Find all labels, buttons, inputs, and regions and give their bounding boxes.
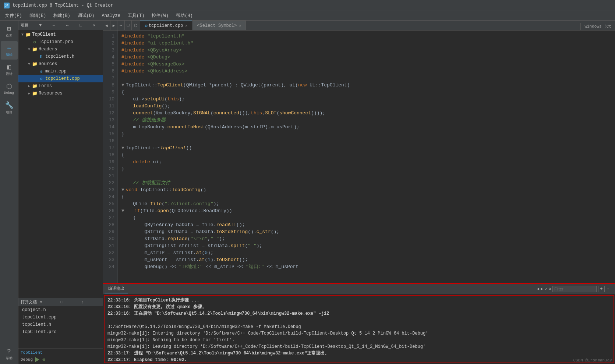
nav-expand-btn[interactable]: □ (125, 21, 132, 30)
tb-sync-btn[interactable]: ↔ (61, 22, 74, 29)
tree-icon-h: h (38, 54, 44, 59)
tree-node-maincpp[interactable]: ▶ ⚙ main.cpp (18, 68, 103, 75)
sidebar-item-welcome[interactable]: ⊞ 欢迎 (1, 22, 18, 40)
tb-filter-btn[interactable]: ▼ (34, 22, 47, 29)
open-docs-collapse[interactable]: ▼ (40, 300, 59, 304)
menu-build[interactable]: 构建(B) (50, 11, 74, 20)
tree-icon-headers: 📁 (32, 47, 38, 52)
tb-expand-btn[interactable]: □ (74, 22, 87, 29)
tree-node-resources[interactable]: ▶ 📁 Resources (18, 90, 103, 97)
open-doc-tcpclienth[interactable]: tcpclient.h (18, 321, 103, 328)
editor-area: ◀ ▶ ↔ □ ⬡ ⚙ tcpclient.cpp ✕ <Select Symb… (103, 21, 615, 364)
open-docs-close[interactable]: ↑ (81, 300, 100, 304)
open-doc-pro[interactable]: TcpClient.pro (18, 328, 103, 336)
btn-navigate-prev[interactable]: ◀ (537, 286, 540, 291)
tree-label-headers: Headers (39, 47, 57, 52)
bottom-panel: 编译输出 ◀ ▶ ↗ ⚙ + - 22:33:16: 为项目TcpClient执… (103, 283, 615, 364)
menu-debug[interactable]: 调试(D) (74, 11, 98, 20)
title-bar: Qt tcpclient.cpp @ TcpClient - Qt Creato… (0, 0, 615, 11)
tree-icon-forms: 📁 (32, 83, 38, 89)
tab-icon-cpp: ⚙ (145, 23, 147, 29)
menu-analyze[interactable]: Analyze (98, 12, 124, 19)
tree-node-forms[interactable]: ▶ 📁 Forms (18, 82, 103, 90)
btn-settings[interactable]: ⚙ (548, 286, 551, 291)
build-button[interactable]: ⚒ (42, 356, 45, 363)
open-docs-expand[interactable]: □ (61, 300, 80, 304)
tree-node-tcpclient[interactable]: ▼ 📁 TcpClient (18, 31, 103, 38)
app-icon: Qt (4, 3, 10, 8)
tab-symbol[interactable]: <Select Symbol> ✕ (192, 21, 246, 30)
help-icon: ? (7, 348, 11, 355)
minus-btn[interactable]: - (605, 286, 611, 292)
menu-bar: 文件(F) 编辑(E) 构建(B) 调试(D) Analyze 工具(T) 控件… (0, 11, 615, 21)
output-line-7: mingw32-make[1]: Nothing to be done for … (107, 337, 611, 343)
code-editor[interactable]: 12345 678910 1112131415 1617181920 21222… (103, 31, 615, 283)
sidebar-item-design[interactable]: ◧ 设计 (1, 60, 18, 79)
debug-controls: Debug ⚒ (21, 356, 100, 363)
menu-controls[interactable]: 控件(W) (148, 11, 172, 20)
run-button[interactable] (35, 357, 39, 362)
tree-node-headers[interactable]: ▼ 📁 Headers (18, 46, 103, 53)
tab-label-cpp: tcpclient.cpp (149, 23, 183, 28)
tab-compile-output[interactable]: 编译输出 (105, 284, 128, 293)
windows-label: Windows (Ct (580, 23, 615, 30)
filter-input[interactable] (552, 286, 597, 292)
tree-node-tcpclientpro[interactable]: ▶ ⚙ TcpClient.pro (18, 38, 103, 46)
edit-label: 编辑 (6, 53, 13, 57)
output-line-2: 22:33:16: 配置没有变更, 跳过 qmake 步骤。 (107, 304, 611, 310)
watermark: CSDN @IronmanJay (573, 358, 612, 363)
tree-icon-pro: ⚙ (32, 39, 38, 45)
tree-icon-sources: 📁 (32, 61, 38, 67)
menu-help[interactable]: 帮助(H) (172, 11, 197, 20)
tree-node-sources[interactable]: ▼ 📁 Sources (18, 60, 103, 68)
nav-fwd-btn[interactable]: ▶ (110, 21, 118, 30)
btn-navigate-link[interactable]: ↗ (545, 286, 547, 291)
tree-icon-tcpclient: 📁 (25, 32, 31, 38)
tcpclient-project-link[interactable]: TcpClient (21, 350, 100, 355)
tree-label-forms: Forms (39, 83, 52, 89)
project-panel: 项目 ▼ ← ↔ □ ✕ ▼ 📁 TcpClient ▶ ⚙ TcpClient… (18, 21, 103, 364)
tb-back-btn[interactable]: ← (47, 22, 60, 29)
sidebar-item-help[interactable]: ? 帮助 (1, 345, 18, 363)
nav-split-btn[interactable]: ⬡ (132, 21, 140, 30)
btn-navigate-next[interactable]: ▶ (541, 286, 543, 291)
design-icon: ◧ (7, 63, 11, 71)
window-title: tcpclient.cpp @ TcpClient - Qt Creator (13, 3, 113, 8)
sidebar-item-edit[interactable]: ✏ 编辑 (1, 41, 18, 60)
tree-arrow-forms: ▶ (26, 84, 32, 88)
tree-label-cpp: tcpclient.cpp (45, 76, 80, 81)
project-name-label: TcpClient Debug ⚒ (18, 349, 103, 364)
nav-sync-btn[interactable]: ↔ (117, 21, 125, 30)
sidebar-item-debug[interactable]: ⬡ Debug (1, 79, 18, 98)
tree-node-tcpclientcpp[interactable]: ▶ ⚙ tcpclient.cpp (18, 75, 103, 82)
output-line-8: mingw32-make[1]: Leaving directory 'D:/S… (107, 343, 611, 350)
plus-minus-controls: + - (598, 286, 611, 292)
tb-close-btn[interactable]: ✕ (88, 22, 101, 29)
menu-tools[interactable]: 工具(T) (124, 11, 148, 20)
sidebar-item-project[interactable]: 🔧 项目 (1, 99, 18, 117)
open-doc-tcpclientcpp[interactable]: tcpclient.cpp (18, 314, 103, 321)
tree-icon-main: ⚙ (38, 69, 44, 74)
design-label: 设计 (6, 72, 13, 76)
line-numbers: 12345 678910 1112131415 1617181920 21222… (103, 31, 118, 283)
tree-label-pro: TcpClient.pro (39, 39, 73, 44)
welcome-label: 欢迎 (6, 33, 13, 38)
main-content: ⊞ 欢迎 ✏ 编辑 ◧ 设计 ⬡ Debug 🔧 项目 ? 帮助 项目 ▼ (0, 21, 615, 364)
project-tree: ▼ 📁 TcpClient ▶ ⚙ TcpClient.pro ▼ 📁 Head… (18, 30, 103, 298)
nav-back-btn[interactable]: ◀ (103, 21, 110, 30)
tree-arrow-headers: ▼ (26, 47, 32, 51)
tab-close-cpp[interactable]: ✕ (185, 24, 187, 28)
tree-icon-cpp: ⚙ (38, 76, 44, 81)
plus-btn[interactable]: + (598, 286, 605, 292)
tab-close-symbol[interactable]: ✕ (239, 24, 241, 28)
open-doc-qobject[interactable]: qobject.h (18, 306, 103, 314)
output-line-9: 22:33:17: 进程 "D:\Software\Qt5.14.2\Tools… (107, 350, 611, 357)
tree-node-tcpclienth[interactable]: ▶ h tcpclient.h (18, 53, 103, 60)
menu-file[interactable]: 文件(F) (1, 11, 26, 20)
tab-tcpclientcpp[interactable]: ⚙ tcpclient.cpp ✕ (140, 21, 192, 30)
menu-edit[interactable]: 编辑(E) (26, 11, 50, 20)
open-docs-list: qobject.h tcpclient.cpp tcpclient.h TcpC… (18, 306, 103, 349)
tree-label-h: tcpclient.h (45, 54, 74, 59)
code-content[interactable]: #include "tcpclient.h" #include "ui_tcpc… (118, 31, 615, 283)
tree-label-resources: Resources (39, 91, 63, 96)
